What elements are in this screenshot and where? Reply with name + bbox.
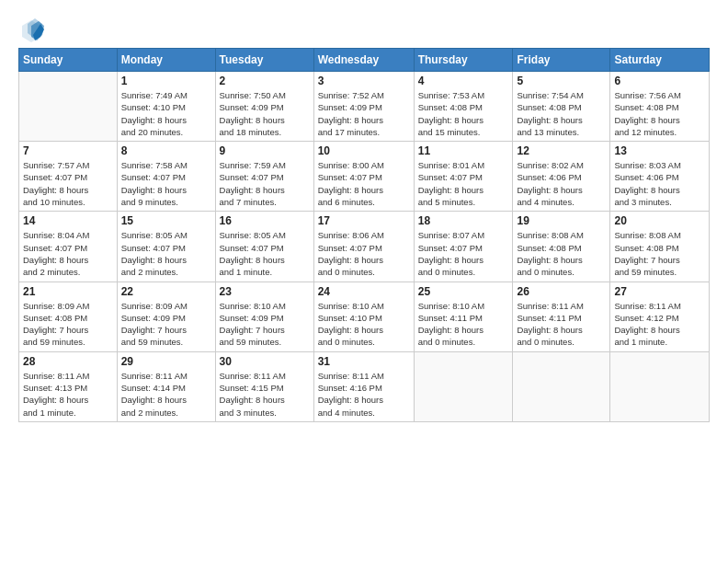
weekday-header-row: SundayMondayTuesdayWednesdayThursdayFrid… [19, 49, 710, 72]
header [18, 17, 710, 42]
day-info: Sunrise: 8:11 AMSunset: 4:14 PMDaylight:… [121, 370, 211, 419]
day-number: 28 [23, 355, 113, 368]
calendar-cell: 19Sunrise: 8:08 AMSunset: 4:08 PMDayligh… [513, 212, 610, 282]
day-info: Sunrise: 8:00 AMSunset: 4:07 PMDaylight:… [318, 159, 410, 208]
day-number: 21 [23, 285, 113, 298]
weekday-tuesday: Tuesday [215, 49, 313, 72]
day-info: Sunrise: 8:09 AMSunset: 4:09 PMDaylight:… [121, 300, 211, 349]
week-row-4: 28Sunrise: 8:11 AMSunset: 4:13 PMDayligh… [19, 351, 710, 421]
day-number: 5 [517, 75, 606, 87]
calendar-cell [513, 351, 610, 421]
calendar-table: SundayMondayTuesdayWednesdayThursdayFrid… [18, 48, 710, 422]
calendar-cell: 27Sunrise: 8:11 AMSunset: 4:12 PMDayligh… [610, 282, 710, 351]
day-info: Sunrise: 8:10 AMSunset: 4:11 PMDaylight:… [418, 300, 509, 349]
logo-icon [18, 17, 44, 42]
calendar-cell: 10Sunrise: 8:00 AMSunset: 4:07 PMDayligh… [313, 142, 414, 212]
calendar-cell: 29Sunrise: 8:11 AMSunset: 4:14 PMDayligh… [117, 351, 215, 421]
day-number: 22 [121, 285, 211, 298]
calendar-cell: 18Sunrise: 8:07 AMSunset: 4:07 PMDayligh… [414, 212, 513, 282]
week-row-3: 21Sunrise: 8:09 AMSunset: 4:08 PMDayligh… [19, 282, 710, 351]
calendar-cell: 5Sunrise: 7:54 AMSunset: 4:08 PMDaylight… [513, 72, 610, 142]
day-info: Sunrise: 8:03 AMSunset: 4:06 PMDaylight:… [614, 159, 705, 208]
day-info: Sunrise: 8:05 AMSunset: 4:07 PMDaylight:… [220, 229, 310, 278]
weekday-thursday: Thursday [414, 49, 513, 72]
weekday-sunday: Sunday [19, 49, 118, 72]
day-number: 27 [614, 285, 705, 298]
calendar-cell: 26Sunrise: 8:11 AMSunset: 4:11 PMDayligh… [513, 282, 610, 351]
day-number: 9 [220, 144, 310, 157]
day-info: Sunrise: 8:04 AMSunset: 4:07 PMDaylight:… [23, 229, 113, 278]
day-info: Sunrise: 8:09 AMSunset: 4:08 PMDaylight:… [23, 300, 113, 349]
day-number: 30 [220, 355, 310, 368]
day-info: Sunrise: 7:57 AMSunset: 4:07 PMDaylight:… [23, 159, 113, 208]
calendar-cell: 6Sunrise: 7:56 AMSunset: 4:08 PMDaylight… [610, 72, 710, 142]
day-number: 15 [121, 214, 211, 227]
day-info: Sunrise: 8:10 AMSunset: 4:09 PMDaylight:… [220, 300, 310, 349]
day-info: Sunrise: 8:08 AMSunset: 4:08 PMDaylight:… [517, 229, 606, 278]
day-info: Sunrise: 7:56 AMSunset: 4:08 PMDaylight:… [614, 89, 705, 138]
day-number: 29 [121, 355, 211, 368]
day-number: 6 [614, 75, 705, 87]
calendar-cell: 20Sunrise: 8:08 AMSunset: 4:08 PMDayligh… [610, 212, 710, 282]
day-info: Sunrise: 7:52 AMSunset: 4:09 PMDaylight:… [318, 89, 410, 138]
calendar-cell: 25Sunrise: 8:10 AMSunset: 4:11 PMDayligh… [414, 282, 513, 351]
calendar-cell: 16Sunrise: 8:05 AMSunset: 4:07 PMDayligh… [215, 212, 313, 282]
day-info: Sunrise: 7:53 AMSunset: 4:08 PMDaylight:… [418, 89, 509, 138]
calendar-cell: 11Sunrise: 8:01 AMSunset: 4:07 PMDayligh… [414, 142, 513, 212]
calendar-cell: 23Sunrise: 8:10 AMSunset: 4:09 PMDayligh… [215, 282, 313, 351]
calendar-cell [19, 72, 118, 142]
day-info: Sunrise: 7:50 AMSunset: 4:09 PMDaylight:… [220, 89, 310, 138]
day-info: Sunrise: 7:58 AMSunset: 4:07 PMDaylight:… [121, 159, 211, 208]
day-info: Sunrise: 8:11 AMSunset: 4:11 PMDaylight:… [517, 300, 606, 349]
day-number: 31 [318, 355, 410, 368]
day-info: Sunrise: 7:54 AMSunset: 4:08 PMDaylight:… [517, 89, 606, 138]
day-number: 20 [614, 214, 705, 227]
weekday-friday: Friday [513, 49, 610, 72]
calendar-cell [610, 351, 710, 421]
calendar-cell: 14Sunrise: 8:04 AMSunset: 4:07 PMDayligh… [19, 212, 118, 282]
calendar-cell: 4Sunrise: 7:53 AMSunset: 4:08 PMDaylight… [414, 72, 513, 142]
day-number: 2 [220, 75, 310, 87]
calendar-cell: 28Sunrise: 8:11 AMSunset: 4:13 PMDayligh… [19, 351, 118, 421]
day-number: 18 [418, 214, 509, 227]
day-number: 4 [418, 75, 509, 87]
calendar-cell: 17Sunrise: 8:06 AMSunset: 4:07 PMDayligh… [313, 212, 414, 282]
weekday-saturday: Saturday [610, 49, 710, 72]
calendar-cell: 12Sunrise: 8:02 AMSunset: 4:06 PMDayligh… [513, 142, 610, 212]
calendar-cell [414, 351, 513, 421]
calendar-cell: 22Sunrise: 8:09 AMSunset: 4:09 PMDayligh… [117, 282, 215, 351]
day-info: Sunrise: 8:05 AMSunset: 4:07 PMDaylight:… [121, 229, 211, 278]
day-info: Sunrise: 8:08 AMSunset: 4:08 PMDaylight:… [614, 229, 705, 278]
day-number: 23 [220, 285, 310, 298]
calendar-cell: 21Sunrise: 8:09 AMSunset: 4:08 PMDayligh… [19, 282, 118, 351]
calendar-cell: 3Sunrise: 7:52 AMSunset: 4:09 PMDaylight… [313, 72, 414, 142]
week-row-2: 14Sunrise: 8:04 AMSunset: 4:07 PMDayligh… [19, 212, 710, 282]
week-row-0: 1Sunrise: 7:49 AMSunset: 4:10 PMDaylight… [19, 72, 710, 142]
day-number: 16 [220, 214, 310, 227]
day-info: Sunrise: 7:59 AMSunset: 4:07 PMDaylight:… [220, 159, 310, 208]
day-info: Sunrise: 8:11 AMSunset: 4:15 PMDaylight:… [220, 370, 310, 419]
day-info: Sunrise: 8:11 AMSunset: 4:16 PMDaylight:… [318, 370, 410, 419]
calendar-cell: 1Sunrise: 7:49 AMSunset: 4:10 PMDaylight… [117, 72, 215, 142]
day-number: 3 [318, 75, 410, 87]
day-number: 7 [23, 144, 113, 157]
day-info: Sunrise: 8:07 AMSunset: 4:07 PMDaylight:… [418, 229, 509, 278]
calendar-cell: 7Sunrise: 7:57 AMSunset: 4:07 PMDaylight… [19, 142, 118, 212]
day-info: Sunrise: 8:06 AMSunset: 4:07 PMDaylight:… [318, 229, 410, 278]
calendar-cell: 15Sunrise: 8:05 AMSunset: 4:07 PMDayligh… [117, 212, 215, 282]
day-number: 19 [517, 214, 606, 227]
day-info: Sunrise: 8:01 AMSunset: 4:07 PMDaylight:… [418, 159, 509, 208]
day-number: 26 [517, 285, 606, 298]
calendar-cell: 9Sunrise: 7:59 AMSunset: 4:07 PMDaylight… [215, 142, 313, 212]
weekday-wednesday: Wednesday [313, 49, 414, 72]
day-number: 10 [318, 144, 410, 157]
day-info: Sunrise: 8:02 AMSunset: 4:06 PMDaylight:… [517, 159, 606, 208]
day-number: 12 [517, 144, 606, 157]
day-number: 24 [318, 285, 410, 298]
logo [18, 17, 48, 42]
calendar-cell: 2Sunrise: 7:50 AMSunset: 4:09 PMDaylight… [215, 72, 313, 142]
week-row-1: 7Sunrise: 7:57 AMSunset: 4:07 PMDaylight… [19, 142, 710, 212]
day-number: 11 [418, 144, 509, 157]
day-info: Sunrise: 8:10 AMSunset: 4:10 PMDaylight:… [318, 300, 410, 349]
day-number: 13 [614, 144, 705, 157]
